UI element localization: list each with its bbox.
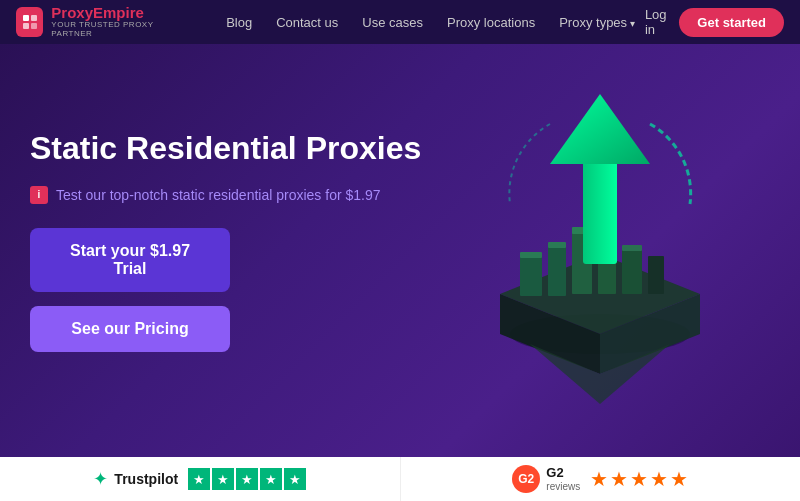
tp-star-5: ★ (284, 468, 306, 490)
svg-rect-17 (648, 256, 664, 294)
g2-stars: ★ ★ ★ ★ ★ (590, 467, 688, 491)
svg-rect-16 (622, 245, 642, 251)
svg-rect-0 (23, 15, 29, 21)
logo-tagline: YOUR TRUSTED PROXY PARTNER (51, 21, 184, 39)
nav-proxy-types[interactable]: Proxy types (549, 9, 645, 36)
hero-subtitle-text: Test our top-notch static residential pr… (56, 187, 381, 203)
svg-rect-15 (622, 247, 642, 294)
info-icon: i (30, 186, 48, 204)
pricing-button[interactable]: See our Pricing (30, 306, 230, 352)
svg-rect-8 (520, 254, 542, 296)
svg-marker-19 (550, 94, 650, 164)
g2-name: G2 (546, 465, 580, 481)
g2-star-4: ★ (650, 467, 668, 491)
hero-graphic (440, 64, 760, 404)
svg-rect-10 (548, 244, 566, 296)
nav-links: Blog Contact us Use cases Proxy location… (216, 9, 645, 36)
nav-contact[interactable]: Contact us (266, 9, 348, 36)
nav-actions: Log in Get started (645, 7, 784, 37)
svg-rect-9 (520, 252, 542, 258)
navbar: ProxyEmpire YOUR TRUSTED PROXY PARTNER B… (0, 0, 800, 44)
footer-badges: ✦ Trustpilot ★ ★ ★ ★ ★ G2 G2 reviews ★ ★… (0, 457, 800, 501)
trustpilot-icon: ✦ (93, 468, 108, 490)
login-button[interactable]: Log in (645, 7, 667, 37)
hero-content: Static Residential Proxies i Test our to… (30, 129, 421, 351)
g2-sub: reviews (546, 481, 580, 493)
hero-subtitle: i Test our top-notch static residential … (30, 186, 421, 204)
g2-star-5: ★ (670, 467, 688, 491)
logo-text: ProxyEmpire YOUR TRUSTED PROXY PARTNER (51, 5, 184, 39)
nav-blog[interactable]: Blog (216, 9, 262, 36)
hero-title: Static Residential Proxies (30, 129, 421, 167)
logo[interactable]: ProxyEmpire YOUR TRUSTED PROXY PARTNER (16, 5, 184, 39)
nav-use-cases[interactable]: Use cases (352, 9, 433, 36)
trial-button[interactable]: Start your $1.97 Trial (30, 228, 230, 292)
svg-rect-2 (23, 23, 29, 29)
trustpilot-logo: ✦ Trustpilot (93, 468, 178, 490)
svg-rect-11 (548, 242, 566, 248)
g2-star-3: ★ (630, 467, 648, 491)
trustpilot-name: Trustpilot (114, 471, 178, 487)
nav-proxy-locations[interactable]: Proxy locations (437, 9, 545, 36)
logo-icon (16, 7, 43, 37)
g2-badge: G2 G2 reviews ★ ★ ★ ★ ★ (401, 457, 801, 501)
g2-star-2: ★ (610, 467, 628, 491)
trustpilot-badge: ✦ Trustpilot ★ ★ ★ ★ ★ (0, 457, 401, 501)
g2-logo: G2 G2 reviews (512, 465, 580, 493)
g2-info: G2 reviews (546, 465, 580, 493)
logo-name: ProxyEmpire (51, 5, 184, 22)
tp-star-1: ★ (188, 468, 210, 490)
tp-star-3: ★ (236, 468, 258, 490)
tp-star-4: ★ (260, 468, 282, 490)
g2-icon: G2 (512, 465, 540, 493)
g2-star-1: ★ (590, 467, 608, 491)
get-started-button[interactable]: Get started (679, 8, 784, 37)
svg-rect-3 (31, 23, 37, 29)
tp-star-2: ★ (212, 468, 234, 490)
trustpilot-stars: ★ ★ ★ ★ ★ (188, 468, 306, 490)
svg-rect-1 (31, 15, 37, 21)
hero-section: Static Residential Proxies i Test our to… (0, 44, 800, 457)
